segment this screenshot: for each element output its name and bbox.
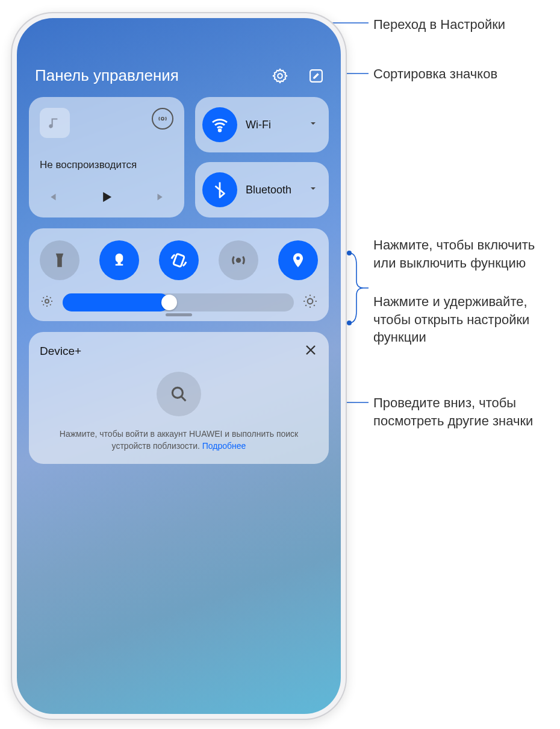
device-plus-hint: Нажмите, чтобы войти в аккаунт HUAWEI и … xyxy=(40,428,318,452)
quick-toggles-card xyxy=(29,228,329,321)
screen: Панель управления xyxy=(17,18,341,714)
device-plus-more-link[interactable]: Подробнее xyxy=(202,441,246,451)
brightness-slider[interactable] xyxy=(63,293,294,311)
edit-sort-icon[interactable] xyxy=(307,67,325,85)
device-plus-close-icon[interactable] xyxy=(303,343,318,360)
location-toggle[interactable] xyxy=(278,240,318,280)
audio-cast-icon[interactable] xyxy=(152,108,173,130)
device-plus-search-button[interactable] xyxy=(157,372,201,416)
svg-point-6 xyxy=(278,74,282,78)
wifi-label: Wi-Fi xyxy=(246,119,300,131)
wifi-expand-icon[interactable] xyxy=(308,119,318,131)
annotation-settings: Переход в Настройки xyxy=(373,16,505,34)
music-icon xyxy=(40,108,70,138)
svg-point-3 xyxy=(347,321,352,325)
bluetooth-toggle[interactable]: Bluetooth xyxy=(195,162,329,217)
annotation-swipe: Проведите вниз, чтобы посмотреть другие … xyxy=(373,394,560,430)
svg-point-11 xyxy=(237,258,240,262)
device-plus-title: Device+ xyxy=(40,345,81,358)
svg-point-13 xyxy=(308,299,313,304)
bluetooth-label: Bluetooth xyxy=(246,184,300,196)
brightness-low-icon xyxy=(40,294,54,311)
svg-point-8 xyxy=(161,117,164,120)
auto-rotate-toggle[interactable] xyxy=(159,240,199,280)
hotspot-toggle[interactable] xyxy=(219,240,258,280)
svg-point-9 xyxy=(219,130,220,131)
annotation-sort: Сортировка значков xyxy=(373,65,497,83)
device-plus-card: Device+ Нажмите, чтобы войти в аккаунт H… xyxy=(29,332,329,464)
brightness-row xyxy=(40,293,318,311)
svg-point-2 xyxy=(347,251,352,255)
media-next-button[interactable] xyxy=(154,190,167,206)
phone-frame: Панель управления xyxy=(11,12,347,720)
annotation-hold: Нажмите и удерживайте, чтобы открыть нас… xyxy=(373,293,560,346)
expand-drag-handle[interactable] xyxy=(166,313,192,316)
brightness-thumb[interactable] xyxy=(161,295,177,310)
svg-point-12 xyxy=(45,299,49,303)
svg-point-14 xyxy=(172,387,182,398)
sound-toggle[interactable] xyxy=(99,240,139,280)
annotation-tap: Нажмите, чтобы включить или выключить фу… xyxy=(373,236,560,272)
settings-icon[interactable] xyxy=(271,67,289,85)
bluetooth-expand-icon[interactable] xyxy=(308,184,318,196)
wifi-icon xyxy=(202,107,237,142)
wifi-toggle[interactable]: Wi-Fi xyxy=(195,97,329,152)
media-card[interactable]: Не воспроизводится xyxy=(29,97,184,217)
flashlight-toggle[interactable] xyxy=(40,240,79,280)
device-plus-hint-text: Нажмите, чтобы войти в аккаунт HUAWEI и … xyxy=(60,429,298,451)
header-actions xyxy=(271,67,325,85)
bluetooth-icon xyxy=(202,172,237,207)
brightness-high-icon xyxy=(302,293,318,311)
media-prev-button[interactable] xyxy=(46,190,59,206)
media-play-button[interactable] xyxy=(98,189,115,208)
header: Панель управления xyxy=(29,34,329,97)
media-status-text: Не воспроизводится xyxy=(40,159,173,171)
control-panel-title: Панель управления xyxy=(35,66,179,85)
